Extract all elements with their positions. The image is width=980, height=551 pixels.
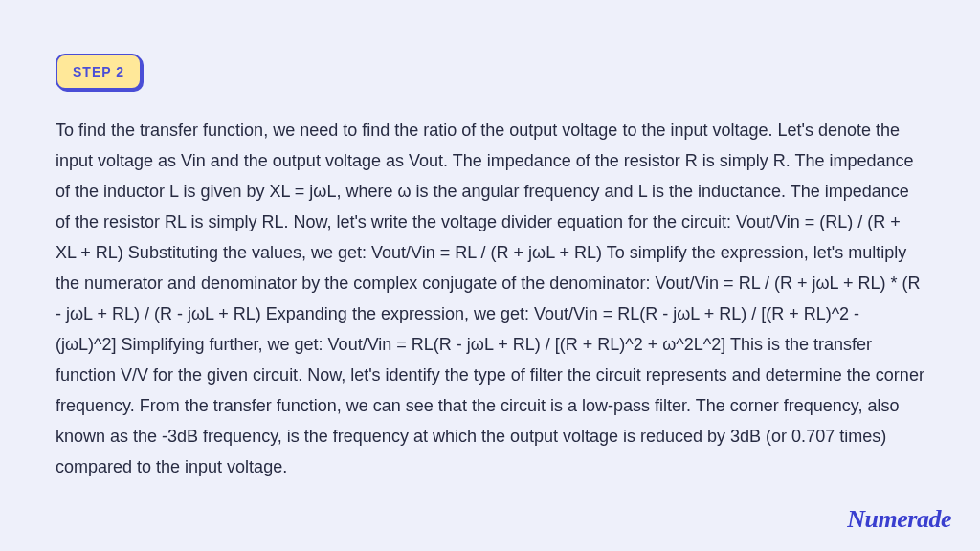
explanation-text: To find the transfer function, we need t… xyxy=(56,115,924,482)
step-badge: STEP 2 xyxy=(56,54,142,90)
brand-logo: Numerade xyxy=(847,505,951,534)
brand-name: Numerade xyxy=(847,505,951,533)
step-label: STEP 2 xyxy=(73,64,124,79)
content-container: STEP 2 To find the transfer function, we… xyxy=(0,0,980,520)
